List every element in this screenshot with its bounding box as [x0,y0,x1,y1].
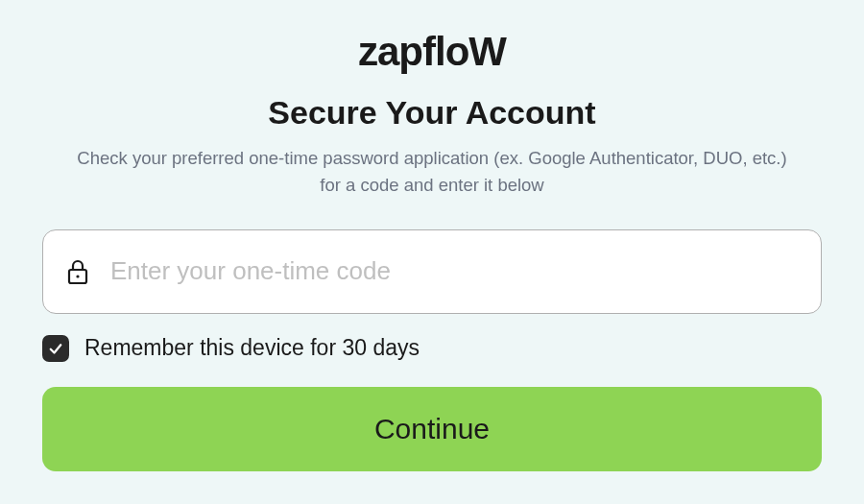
lock-icon [66,258,89,285]
page-subtitle: Check your preferred one-time password a… [67,145,797,199]
page-title: Secure Your Account [268,94,595,132]
remember-device-row[interactable]: Remember this device for 30 days [42,335,822,362]
remember-label: Remember this device for 30 days [84,335,420,361]
remember-checkbox[interactable] [42,335,69,362]
continue-button[interactable]: Continue [42,387,822,471]
brand-logo: zapfloW [358,29,506,75]
svg-point-1 [76,275,79,277]
code-input-wrapper[interactable] [42,229,822,314]
check-icon [47,340,64,357]
otp-code-input[interactable] [110,256,798,286]
